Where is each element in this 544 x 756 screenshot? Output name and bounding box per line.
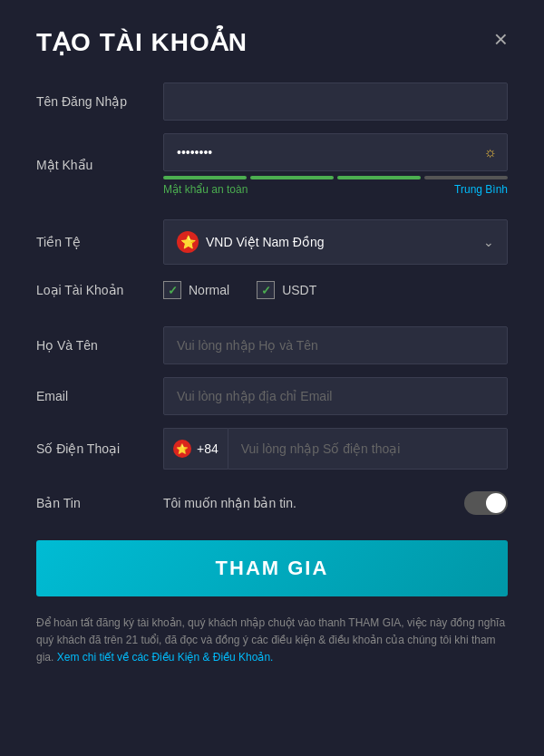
create-account-modal: TẠO TÀI KHOẢN × Tên Đăng Nhập Mật Khẩu ☼… [0,0,544,756]
phone-field: ⭐ +84 [163,428,508,470]
currency-label: Tiền Tệ [36,235,163,249]
phone-prefix-label: +84 [197,441,219,456]
account-type-label: Loại Tài Khoản [36,283,163,297]
chevron-down-icon: ⌄ [483,235,494,249]
newsletter-label: Bản Tin [36,496,163,510]
password-label: Mật Khẩu [36,158,163,172]
strength-medium-label: Trung Bình [454,183,508,196]
strength-safe-label: Mật khẩu an toàn [163,183,248,196]
currency-field: ⭐ VND Việt Nam Đồng ⌄ [163,219,508,265]
password-row: Mật Khẩu ☼ Mật khẩu an toàn Trung Bình [36,133,508,196]
usdt-checkbox[interactable] [257,281,275,299]
currency-row: Tiền Tệ ⭐ VND Việt Nam Đồng ⌄ [36,219,508,265]
modal-header: TẠO TÀI KHOẢN × [36,27,508,57]
email-label: Email [36,389,163,403]
phone-row-inner: ⭐ +84 [163,428,508,470]
email-field [163,377,508,415]
email-input[interactable] [163,377,508,415]
phone-prefix: ⭐ +84 [163,428,228,470]
close-button[interactable]: × [494,27,508,51]
phone-row: Số Điện Thoại ⭐ +84 [36,428,508,470]
username-label: Tên Đăng Nhập [36,94,163,109]
currency-select[interactable]: ⭐ VND Việt Nam Đồng ⌄ [163,219,508,265]
newsletter-text: Tôi muốn nhận bản tin. [163,496,464,510]
phone-input[interactable] [228,428,508,470]
currency-left: ⭐ VND Việt Nam Đồng [177,231,325,253]
footer-text: Để hoàn tất đăng ký tài khoản, quý khách… [36,615,508,667]
fullname-input[interactable] [163,326,508,364]
account-type-row: Loại Tài Khoản Normal USDT [36,277,508,299]
eye-icon[interactable]: ☼ [483,144,497,160]
fullname-label: Họ Và Tên [36,338,163,353]
normal-label: Normal [189,283,229,297]
join-button[interactable]: THAM GIA [36,540,508,596]
strength-seg-4 [424,176,508,179]
normal-checkbox[interactable] [163,281,181,299]
fullname-row: Họ Và Tên [36,326,508,364]
account-type-options: Normal USDT [163,281,508,299]
password-input[interactable] [163,133,508,171]
strength-seg-1 [163,176,247,179]
vn-flag-phone-icon: ⭐ [173,440,191,458]
newsletter-toggle[interactable] [464,491,508,515]
email-row: Email [36,377,508,415]
strength-seg-2 [250,176,334,179]
modal-title: TẠO TÀI KHOẢN [36,27,248,57]
vn-flag-icon: ⭐ [177,231,199,253]
strength-bar [163,176,508,179]
footer-link[interactable]: Xem chi tiết về các Điều Kiện & Điều Kho… [57,651,274,664]
phone-label: Số Điện Thoại [36,441,163,456]
account-normal-option[interactable]: Normal [163,281,229,299]
toggle-knob [486,493,506,513]
password-wrapper: ☼ [163,133,508,171]
password-field: ☼ Mật khẩu an toàn Trung Bình [163,133,508,196]
strength-labels: Mật khẩu an toàn Trung Bình [163,183,508,196]
currency-value: VND Việt Nam Đồng [206,235,325,249]
username-row: Tên Đăng Nhập [36,82,508,121]
newsletter-inner: Tôi muốn nhận bản tin. [163,491,508,515]
usdt-label: USDT [282,283,316,297]
strength-seg-3 [337,176,421,179]
newsletter-row: Bản Tin Tôi muốn nhận bản tin. [36,491,508,515]
username-field [163,82,508,121]
account-usdt-option[interactable]: USDT [257,281,316,299]
fullname-field [163,326,508,364]
username-input[interactable] [163,82,508,121]
